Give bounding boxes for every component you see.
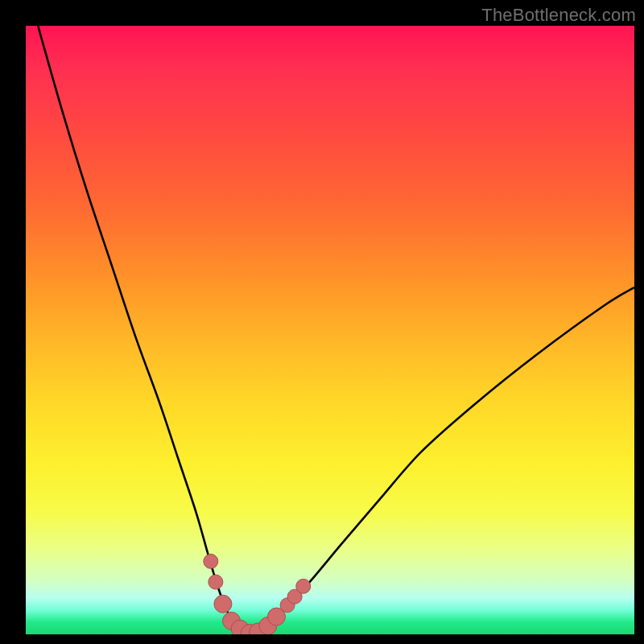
watermark-label: TheBottleneck.com xyxy=(481,5,636,26)
chart-plot-area xyxy=(26,26,634,634)
highlight-marker xyxy=(208,575,223,589)
highlight-marker xyxy=(214,595,232,613)
bottleneck-curve xyxy=(38,26,634,634)
highlight-marker xyxy=(296,579,311,593)
chart-frame: TheBottleneck.com xyxy=(0,0,644,644)
highlight-marker xyxy=(204,554,218,568)
chart-svg xyxy=(26,26,634,634)
